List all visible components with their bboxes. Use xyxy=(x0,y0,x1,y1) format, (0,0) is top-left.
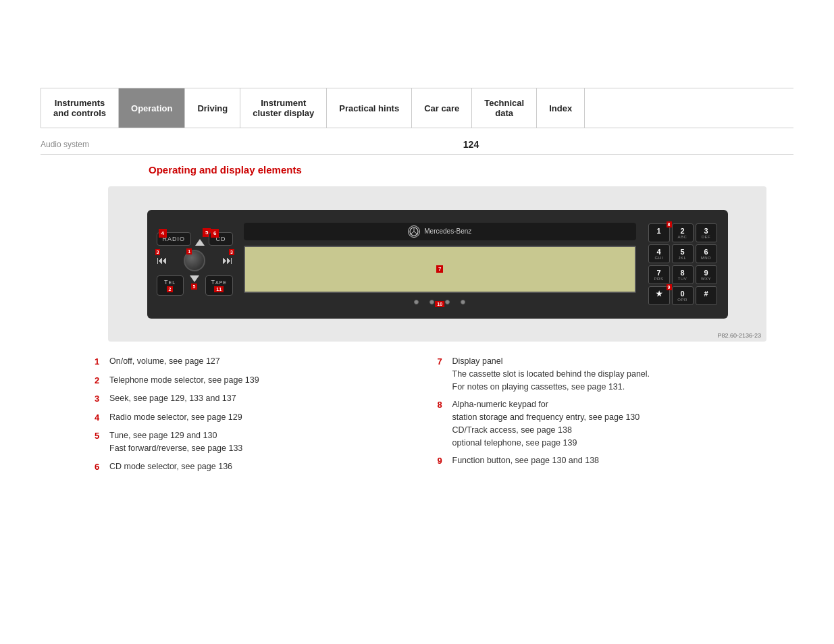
brand-name: Mercedes-Benz xyxy=(424,227,471,235)
key-star[interactable]: ★ 9 xyxy=(648,286,670,305)
display-screen: 7 xyxy=(244,246,635,293)
nav-driving[interactable]: Driving xyxy=(185,88,240,128)
legend-item-6: 6 CD mode selector, see page 136 xyxy=(95,460,397,474)
badge-4: 4 xyxy=(159,229,167,238)
page-header: Audio system 124 xyxy=(41,135,793,155)
top-row: 4 RADIO 5 6 CD xyxy=(157,232,234,246)
legend-right-col: 7 Display panelThe cassette slot is loca… xyxy=(438,355,740,479)
badge-8: 8 xyxy=(667,221,672,227)
legend-item-9: 9 Function button, see page 130 and 138 xyxy=(438,454,740,468)
legend-item-8: 8 Alpha-numeric keypad forstation storag… xyxy=(438,398,740,449)
tel-btn[interactable]: TEL 2 xyxy=(157,275,184,296)
nav-instruments[interactable]: Instruments and controls xyxy=(41,88,119,128)
radio-unit: 4 RADIO 5 6 CD xyxy=(147,210,728,319)
brand-bar: Mercedes-Benz xyxy=(244,223,635,240)
navigation-bar: Instruments and controls Operation Drivi… xyxy=(41,88,793,128)
key-8[interactable]: 8TUV xyxy=(672,265,694,284)
mercedes-logo-icon xyxy=(408,225,420,238)
volume-knob[interactable]: 1 xyxy=(184,250,205,271)
nav-practical-hints[interactable]: Practical hints xyxy=(327,88,412,128)
content-area: Audio system 124 Operating and display e… xyxy=(41,128,793,485)
nav-operation[interactable]: Operation xyxy=(119,88,185,128)
badge-5-bottom: 5 xyxy=(191,284,198,290)
preset-dot-2[interactable] xyxy=(429,300,434,304)
seek-row: 3 ⏮ 1 ⏭ 3 xyxy=(157,250,234,271)
legend-item-7: 7 Display panelThe cassette slot is loca… xyxy=(438,355,740,393)
key-9[interactable]: 9WXY xyxy=(696,265,717,284)
image-reference: P82.60-2136-23 xyxy=(717,332,761,339)
key-7[interactable]: 7PRS xyxy=(648,265,670,284)
bottom-row: TEL 2 5 TAPE 11 xyxy=(157,275,234,296)
badge-11: 11 xyxy=(214,286,224,292)
badge-2: 2 xyxy=(167,286,174,292)
svg-line-3 xyxy=(414,232,418,234)
legend-area: 1 On/off, volume, see page 127 2 Telepho… xyxy=(95,355,739,479)
badge-9: 9 xyxy=(667,284,672,290)
badge-10: 10 xyxy=(435,301,444,307)
display-panel: Mercedes-Benz 7 10 xyxy=(241,223,638,306)
preset-dot-1[interactable] xyxy=(414,300,419,304)
badge-7: 7 xyxy=(436,265,443,273)
legend-item-5: 5 Tune, see page 129 and 130Fast forward… xyxy=(95,429,397,455)
preset-dots-row: 10 xyxy=(244,298,635,306)
page-number: 124 xyxy=(149,139,793,150)
svg-line-2 xyxy=(411,232,415,234)
legend-item-3: 3 Seek, see page 129, 133 and 137 xyxy=(95,392,397,406)
numeric-keypad: 1 8 2ABC 3DEF 4GHI 5JKL 6MNO 7PRS 8TUV 9… xyxy=(644,219,721,309)
legend-left-col: 1 On/off, volume, see page 127 2 Telepho… xyxy=(95,355,397,479)
section-name: Audio system xyxy=(41,140,149,149)
tune-up-icon[interactable] xyxy=(195,239,205,246)
key-2[interactable]: 2ABC xyxy=(672,223,694,242)
key-hash[interactable]: # xyxy=(696,286,717,305)
left-panel: 4 RADIO 5 6 CD xyxy=(154,230,236,298)
nav-index[interactable]: Index xyxy=(537,88,585,128)
seek-right-btn[interactable]: ⏭ 3 xyxy=(222,254,233,267)
key-6[interactable]: 6MNO xyxy=(696,244,717,263)
key-1[interactable]: 1 8 xyxy=(648,223,670,242)
preset-dot-3[interactable] xyxy=(445,300,450,304)
key-3[interactable]: 3DEF xyxy=(696,223,717,242)
cd-btn[interactable]: 6 CD xyxy=(209,232,233,246)
key-0[interactable]: 0OPR xyxy=(672,286,694,305)
legend-item-1: 1 On/off, volume, see page 127 xyxy=(95,355,397,369)
legend-item-2: 2 Telephone mode selector, see page 139 xyxy=(95,374,397,387)
badge-3-left: 3 xyxy=(155,249,161,255)
nav-instrument-cluster[interactable]: Instrument cluster display xyxy=(240,88,327,128)
badge-6: 6 xyxy=(211,229,219,238)
preset-dot-4[interactable] xyxy=(461,300,465,304)
radio-btn[interactable]: 4 RADIO xyxy=(157,232,192,246)
nav-car-care[interactable]: Car care xyxy=(412,88,472,128)
legend-item-4: 4 Radio mode selector, see page 129 xyxy=(95,411,397,425)
tune-control: 5 xyxy=(195,232,205,246)
device-illustration: 4 RADIO 5 6 CD xyxy=(108,186,766,342)
tape-btn[interactable]: TAPE 11 xyxy=(205,275,234,296)
key-4[interactable]: 4GHI xyxy=(648,244,670,263)
seek-left-btn[interactable]: 3 ⏮ xyxy=(157,254,167,267)
badge-3-right: 3 xyxy=(229,249,234,255)
section-title: Operating and display elements xyxy=(149,164,793,176)
nav-technical-data[interactable]: Technical data xyxy=(472,88,537,128)
tune-down-icon[interactable] xyxy=(190,275,199,282)
tune-down-control: 5 xyxy=(190,275,199,290)
key-5[interactable]: 5JKL xyxy=(672,244,694,263)
